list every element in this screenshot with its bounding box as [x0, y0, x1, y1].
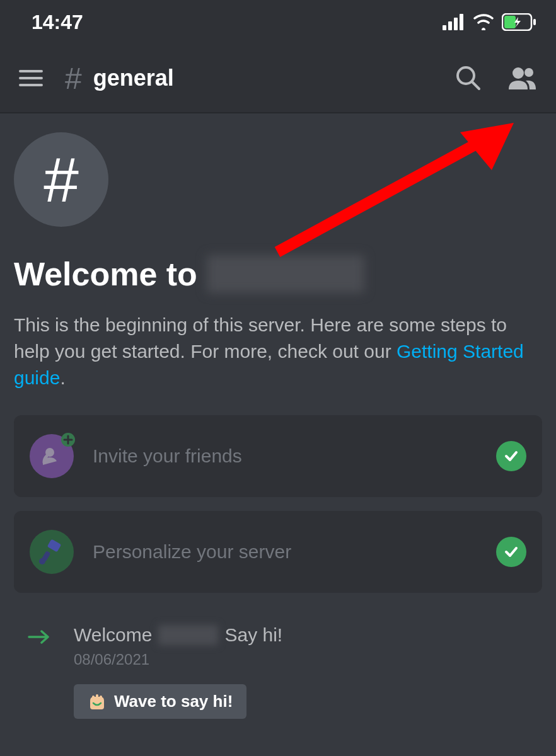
svg-rect-17 [96, 694, 98, 702]
welcome-description: This is the beginning of this server. He… [14, 312, 542, 391]
wave-button[interactable]: Wave to say hi! [74, 684, 246, 719]
redacted-username [158, 625, 218, 645]
invite-friends-card[interactable]: Invite your friends [14, 415, 542, 497]
wave-label: Wave to say hi! [114, 692, 233, 711]
wave-emoji-icon [88, 693, 107, 711]
invite-label: Invite your friends [93, 445, 496, 467]
battery-icon [502, 13, 537, 31]
message-timestamp: 08/06/2021 [74, 651, 530, 668]
personalize-server-card[interactable]: Personalize your server [14, 511, 542, 593]
svg-point-9 [513, 67, 524, 79]
svg-rect-18 [100, 696, 102, 702]
members-icon[interactable] [507, 66, 537, 91]
welcome-title: Welcome to [14, 255, 542, 293]
message-content: Welcome Say hi! 08/06/2021 Wave to say h… [74, 624, 530, 719]
status-bar: 14:47 [0, 0, 556, 44]
personalize-icon [30, 530, 74, 574]
svg-rect-3 [460, 14, 463, 30]
checkmark-icon [496, 441, 526, 471]
svg-point-10 [524, 68, 533, 77]
svg-line-8 [472, 82, 479, 89]
hash-icon: # [43, 144, 79, 216]
svg-rect-13 [47, 539, 62, 552]
welcome-text: Welcome to [14, 255, 197, 293]
svg-rect-5 [504, 16, 516, 28]
message-text: Welcome Say hi! [74, 624, 530, 646]
search-icon[interactable] [455, 65, 482, 91]
channel-name: general [93, 65, 174, 91]
join-arrow-icon [26, 628, 52, 646]
invite-icon [30, 434, 74, 478]
channel-avatar: # [14, 132, 108, 227]
wifi-icon [473, 14, 494, 30]
svg-rect-2 [454, 18, 458, 30]
signal-icon [443, 14, 465, 30]
svg-point-15 [39, 558, 45, 564]
personalize-label: Personalize your server [93, 541, 496, 563]
channel-header: # general [0, 44, 556, 113]
status-icons [443, 13, 537, 31]
hash-icon: # [65, 61, 82, 96]
menu-button[interactable] [19, 70, 43, 86]
checkmark-icon [496, 537, 526, 567]
channel-content: # Welcome to This is the beginning of th… [0, 113, 556, 738]
status-time: 14:47 [32, 11, 83, 34]
system-message: Welcome Say hi! 08/06/2021 Wave to say h… [14, 624, 542, 719]
svg-rect-1 [448, 21, 452, 30]
redacted-server-name [207, 255, 364, 293]
svg-rect-6 [533, 19, 536, 25]
svg-rect-16 [92, 696, 95, 702]
svg-rect-0 [443, 25, 446, 30]
